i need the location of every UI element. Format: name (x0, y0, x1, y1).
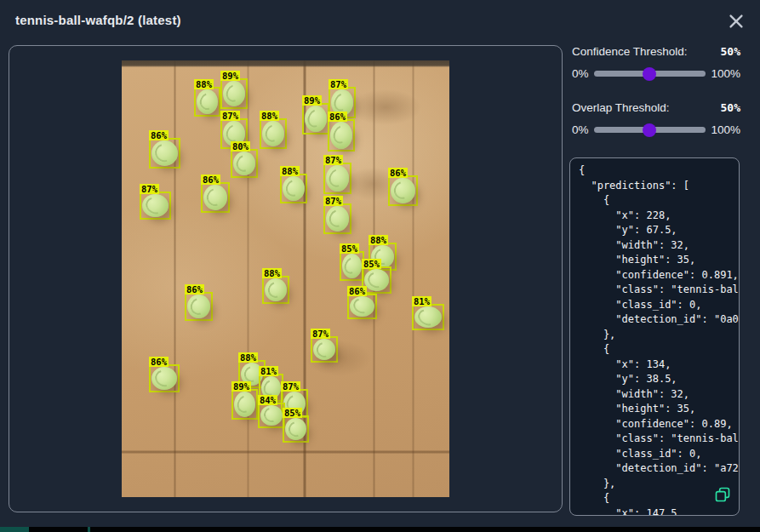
detection-box: 85% (340, 251, 364, 281)
tennis-ball (187, 295, 210, 318)
ball-seam (326, 207, 349, 230)
tennis-ball (414, 306, 442, 328)
tennis-ball (313, 339, 335, 360)
tennis-ball (234, 392, 255, 417)
bottom-bar (0, 527, 760, 532)
detection-confidence-label: 88% (369, 235, 388, 245)
inference-controls: Confidence Threshold: 50% 0% 100% Overla… (569, 39, 740, 516)
detection-confidence-label: 87% (323, 196, 343, 206)
detection-confidence-label: 85% (340, 243, 359, 254)
tennis-ball (364, 269, 389, 291)
ball-seam (233, 152, 254, 174)
tennis-ball (350, 296, 374, 317)
detection-confidence-label: 81% (259, 366, 278, 376)
ball-seam (234, 392, 255, 415)
ball-seam (351, 296, 373, 317)
detection-confidence-label: 80% (231, 141, 250, 152)
ball-seam (143, 194, 167, 217)
tennis-ball (305, 106, 327, 132)
tennis-ball (285, 418, 306, 440)
overlap-min-label: 0% (572, 123, 589, 136)
ball-seam (265, 279, 286, 300)
overlap-threshold-header: Overlap Threshold: 50% (569, 101, 740, 114)
detection-confidence-label: 86% (149, 130, 169, 140)
detection-box: 81% (412, 304, 444, 330)
detection-confidence-label: 87% (140, 184, 159, 194)
ball-seam (152, 367, 175, 390)
page-title: tennis-ball-wafqb/2 (latest) (15, 13, 181, 27)
tennis-ball (203, 185, 227, 210)
tennis-ball (330, 122, 352, 149)
detection-confidence-label: 89% (220, 71, 240, 81)
detection-box: 88% (280, 174, 307, 203)
ball-seam (331, 90, 353, 114)
detection-box: 89% (302, 103, 329, 134)
ball-seam (197, 90, 218, 112)
ball-seam (305, 106, 327, 130)
detection-confidence-label: 86% (149, 357, 169, 367)
tennis-ball (142, 194, 169, 217)
overlap-slider-thumb[interactable] (643, 123, 656, 137)
detection-box: 86% (149, 138, 180, 169)
detection-box: 86% (328, 119, 355, 152)
overlap-threshold-value: 50% (721, 101, 740, 114)
detection-confidence-label: 89% (302, 95, 322, 106)
detection-confidence-label: 87% (311, 329, 330, 339)
tennis-ball (197, 89, 218, 114)
bottom-bar-tick (88, 527, 90, 532)
ball-seam (329, 123, 352, 147)
detection-confidence-label: 86% (201, 174, 220, 185)
overlap-max-label: 100% (711, 123, 740, 136)
detection-confidence-label: 86% (185, 284, 204, 295)
detection-box: 88% (194, 87, 220, 117)
detection-confidence-label: 88% (238, 352, 258, 363)
ball-seam (261, 405, 282, 425)
detection-confidence-label: 87% (323, 155, 343, 165)
ball-seam (262, 122, 284, 145)
tennis-ball (265, 278, 287, 301)
ball-seam (326, 166, 349, 190)
detection-confidence-label: 86% (347, 286, 367, 296)
detection-confidence-label: 86% (388, 168, 408, 178)
overlap-slider-track[interactable] (594, 127, 706, 133)
detection-box: 86% (347, 294, 377, 319)
confidence-slider-row: 0% 100% (569, 67, 740, 80)
ball-seam (223, 82, 245, 105)
tennis-ball (391, 178, 415, 203)
ball-seam (341, 255, 362, 276)
overlap-slider-row: 0% 100% (569, 123, 740, 136)
tennis-ball (233, 152, 255, 175)
tennis-ball (151, 140, 178, 166)
overlap-threshold-label: Overlap Threshold: (572, 101, 670, 114)
detection-box: 89% (231, 389, 258, 420)
detection-confidence-label: 88% (260, 111, 279, 121)
detection-confidence-label: 84% (258, 395, 277, 405)
detection-confidence-label: 87% (220, 111, 240, 121)
detection-box: 87% (140, 192, 171, 220)
tennis-ball (342, 254, 362, 278)
detection-box: 87% (323, 203, 351, 234)
ball-seam (314, 339, 334, 359)
copy-icon (714, 486, 731, 503)
detection-box: 86% (185, 292, 213, 321)
detection-box: 80% (231, 149, 258, 178)
detection-box: 88% (260, 118, 287, 149)
copy-json-button[interactable] (714, 486, 731, 503)
annotated-photo: 88%89%87%89%87%88%86%86%80%87%88%86%86%8… (122, 60, 449, 497)
confidence-threshold-label: Confidence Threshold: (572, 45, 688, 58)
detection-box: 88% (262, 276, 289, 304)
detection-confidence-label: 89% (231, 381, 251, 392)
ball-seam (365, 269, 387, 291)
json-output-panel: { "predictions": [ { "x": 228, "y": 67.5… (569, 157, 740, 516)
confidence-slider-thumb[interactable] (643, 67, 656, 81)
detection-confidence-label: 87% (281, 381, 300, 392)
confidence-slider-track[interactable] (594, 71, 706, 77)
tennis-ball (326, 206, 349, 232)
detection-box: 87% (311, 336, 338, 363)
close-button[interactable] (726, 11, 746, 31)
confidence-threshold-header: Confidence Threshold: 50% (569, 45, 740, 58)
confidence-max-label: 100% (711, 67, 740, 80)
close-icon (727, 12, 746, 31)
detection-box: 84% (258, 403, 285, 428)
ball-seam (152, 140, 177, 165)
